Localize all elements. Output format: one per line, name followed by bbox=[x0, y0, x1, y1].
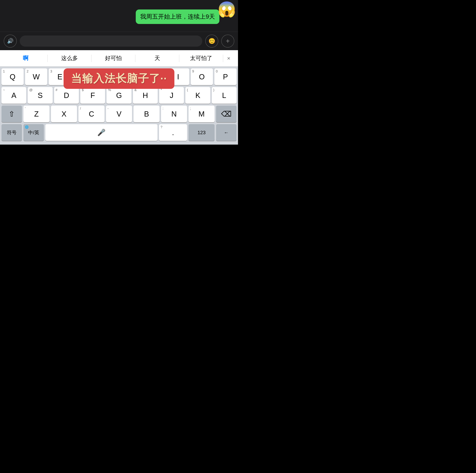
emoji-button[interactable]: 😊 bbox=[205, 34, 218, 48]
key-super: 9 bbox=[192, 69, 194, 73]
key-x[interactable]: X bbox=[51, 106, 77, 122]
keyboard-rows: 1 Q 2 W 3 E 4 R 5 T 6 Y bbox=[0, 66, 238, 141]
key-letter: G bbox=[116, 92, 122, 99]
key-l[interactable]: ) L bbox=[212, 87, 237, 104]
globe-icon: 🌐 bbox=[25, 125, 29, 129]
key-f[interactable]: $ F bbox=[80, 87, 105, 104]
suggestion-text: 太可怕了 bbox=[190, 54, 212, 62]
key-letter: N bbox=[171, 110, 177, 118]
key-letter: . bbox=[172, 129, 174, 136]
key-letter: W bbox=[33, 73, 40, 81]
key-letter: X bbox=[62, 110, 67, 118]
message-bubble: 我周五开始上班，连续上9天 bbox=[136, 9, 220, 24]
num-label: 123 bbox=[197, 130, 205, 135]
suggestion-item[interactable]: 天 bbox=[135, 50, 179, 66]
key-j[interactable]: * J bbox=[159, 87, 184, 104]
backspace-icon: ⌫ bbox=[221, 110, 232, 118]
key-super: 3 bbox=[50, 69, 52, 73]
suggestion-text: 好可怕 bbox=[105, 54, 122, 62]
key-super: ? bbox=[160, 125, 162, 129]
symbol-key[interactable]: 符号 bbox=[1, 124, 22, 141]
suggestion-item[interactable]: 好可怕 bbox=[91, 50, 135, 66]
shocked-emoji: 😱 bbox=[218, 2, 236, 17]
return-label: ← bbox=[224, 130, 229, 135]
suggestion-text: 天 bbox=[154, 54, 160, 62]
key-super: ; bbox=[190, 107, 191, 111]
key-letter: Z bbox=[34, 110, 39, 118]
key-row-2: ~ A @ S # D $ F % G & H bbox=[1, 87, 237, 104]
text-input[interactable] bbox=[20, 35, 202, 47]
key-letter: B bbox=[144, 110, 149, 118]
chat-area: 我周五开始上班，连续上9天 😱 bbox=[0, 0, 238, 32]
key-super: 1 bbox=[3, 69, 5, 73]
period-key[interactable]: ? . bbox=[159, 124, 187, 141]
key-c[interactable]: / C bbox=[78, 106, 104, 122]
key-d[interactable]: # D bbox=[54, 87, 79, 104]
key-m[interactable]: ; M bbox=[188, 106, 215, 122]
suggestion-text: 啊 bbox=[23, 54, 28, 62]
plus-button[interactable]: + bbox=[221, 34, 234, 48]
key-o[interactable]: 9 O bbox=[191, 68, 213, 85]
key-super: ~ bbox=[3, 88, 5, 92]
key-b[interactable]: B bbox=[134, 106, 160, 122]
symbol-label: 符号 bbox=[7, 129, 17, 136]
key-letter: M bbox=[198, 110, 204, 118]
voice-icon: 🔊 bbox=[7, 38, 14, 44]
key-h[interactable]: & H bbox=[133, 87, 158, 104]
suggestion-close-button[interactable]: × bbox=[223, 55, 234, 62]
num-key[interactable]: 123 bbox=[188, 124, 215, 141]
close-icon: × bbox=[227, 55, 230, 62]
key-super: # bbox=[56, 88, 57, 92]
suggestion-item[interactable]: 啊 bbox=[4, 50, 47, 66]
key-super: / bbox=[80, 107, 81, 111]
key-super: : bbox=[163, 107, 163, 111]
plus-icon: + bbox=[226, 37, 230, 45]
space-key[interactable]: 🎤 bbox=[45, 124, 157, 141]
key-super: ' bbox=[25, 107, 25, 111]
suggestions-bar: 啊 这么多 好可怕 天 太可怕了 × bbox=[0, 50, 238, 66]
key-n[interactable]: : N bbox=[161, 106, 187, 122]
shift-key[interactable]: ⇧ bbox=[1, 106, 22, 122]
mic-icon: 🎤 bbox=[97, 129, 106, 136]
key-s[interactable]: @ S bbox=[28, 87, 52, 104]
key-super: 2 bbox=[27, 69, 28, 73]
key-super: @ bbox=[29, 88, 33, 92]
key-z[interactable]: ' Z bbox=[23, 106, 50, 122]
key-q[interactable]: 1 Q bbox=[1, 68, 24, 85]
keyboard-container: 啊 这么多 好可怕 天 太可怕了 × 1 Q 2 bbox=[0, 50, 238, 145]
key-w[interactable]: 2 W bbox=[25, 68, 47, 85]
key-letter: L bbox=[222, 92, 226, 99]
key-letter: P bbox=[223, 73, 228, 81]
key-letter: H bbox=[143, 92, 148, 99]
key-letter: F bbox=[90, 92, 95, 99]
input-toolbar: 🔊 😊 + bbox=[0, 32, 238, 50]
key-letter: Q bbox=[10, 73, 16, 81]
key-row-3: ⇧ ' Z X / C - V B : bbox=[1, 106, 237, 122]
lang-label: 中/英 bbox=[28, 129, 39, 136]
message-text: 我周五开始上班，连续上9天 bbox=[140, 13, 215, 20]
key-letter: I bbox=[177, 73, 179, 81]
key-letter: C bbox=[89, 110, 94, 118]
key-letter: V bbox=[117, 110, 122, 118]
shift-icon: ⇧ bbox=[9, 110, 15, 118]
suggestion-item[interactable]: 这么多 bbox=[48, 50, 91, 66]
overlay-text: 当输入法长脑子了·· bbox=[71, 72, 167, 84]
key-k[interactable]: ( K bbox=[185, 87, 210, 104]
key-v[interactable]: - V bbox=[106, 106, 132, 122]
lang-key[interactable]: 🌐 中/英 bbox=[23, 124, 44, 141]
key-a[interactable]: ~ A bbox=[1, 87, 26, 104]
key-letter: O bbox=[199, 73, 205, 81]
key-super: - bbox=[107, 107, 109, 111]
key-letter: A bbox=[11, 92, 16, 99]
return-key[interactable]: ← bbox=[216, 124, 237, 141]
key-g[interactable]: % G bbox=[106, 87, 131, 104]
key-row-1: 1 Q 2 W 3 E 4 R 5 T 6 Y bbox=[1, 68, 237, 85]
backspace-key[interactable]: ⌫ bbox=[216, 106, 237, 122]
suggestion-item[interactable]: 太可怕了 bbox=[179, 50, 223, 66]
voice-button[interactable]: 🔊 bbox=[4, 34, 17, 48]
key-p[interactable]: 0 P bbox=[214, 68, 237, 85]
key-super: ) bbox=[213, 88, 214, 92]
suggestion-text: 这么多 bbox=[61, 54, 78, 62]
key-row-4: 符号 🌐 中/英 🎤 ? . 123 ← bbox=[1, 124, 237, 141]
emoji-icon: 😊 bbox=[208, 38, 215, 44]
